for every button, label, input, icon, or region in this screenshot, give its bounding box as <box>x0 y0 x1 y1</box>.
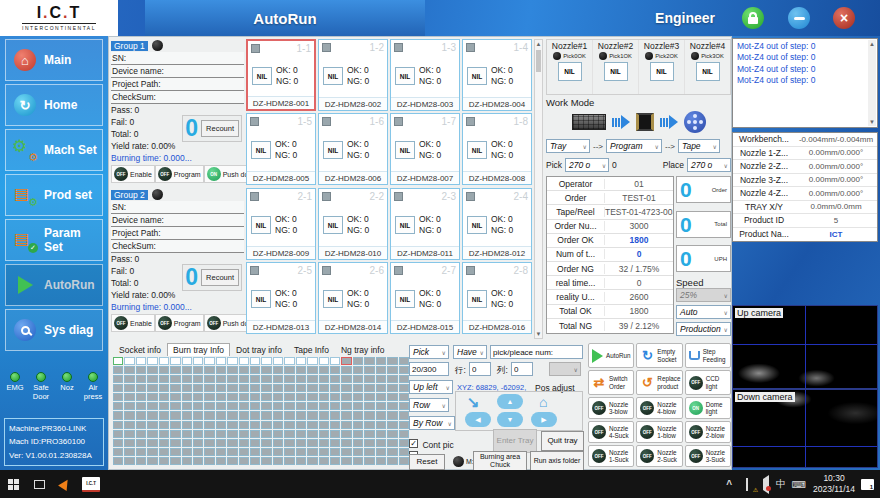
tray-cell[interactable] <box>319 375 329 383</box>
tray-cell[interactable] <box>182 402 192 410</box>
switch-order-button[interactable]: ⇄Switch Order <box>588 370 634 395</box>
tray-cell[interactable] <box>330 384 340 392</box>
tray-cell[interactable] <box>239 411 249 419</box>
tray-cell[interactable] <box>319 421 329 429</box>
tray-cell[interactable] <box>170 457 180 465</box>
tray-cell[interactable] <box>124 421 134 429</box>
tray-cell[interactable] <box>227 366 237 374</box>
tray-cell[interactable] <box>227 393 237 401</box>
cell-nil-button[interactable]: NIL <box>395 141 415 159</box>
sidebar-item-prod-set[interactable]: ▤⚙Prod set <box>5 174 103 216</box>
tray-cell[interactable] <box>341 357 351 365</box>
tray-cell[interactable] <box>136 411 146 419</box>
tray-cell[interactable] <box>239 366 249 374</box>
tray-cell[interactable] <box>273 448 283 456</box>
tray-cell[interactable] <box>353 393 363 401</box>
tray-cell[interactable] <box>376 366 386 374</box>
tray-cell[interactable] <box>147 430 157 438</box>
tray-cell[interactable] <box>250 402 260 410</box>
tray-cell[interactable] <box>147 393 157 401</box>
tray-cell[interactable] <box>250 384 260 392</box>
tray-cell[interactable] <box>284 402 294 410</box>
tray-cell[interactable] <box>113 421 123 429</box>
tray-cell[interactable] <box>124 439 134 447</box>
tray-cell[interactable] <box>159 366 169 374</box>
cell-nil-button[interactable]: NIL <box>323 67 343 85</box>
tray-cell[interactable] <box>273 411 283 419</box>
tray-cell[interactable] <box>399 375 409 383</box>
tray-cell[interactable] <box>250 357 260 365</box>
speed-select[interactable]: 25%∨ <box>676 288 731 302</box>
tray-cell[interactable] <box>216 366 226 374</box>
tray-cell[interactable] <box>364 448 374 456</box>
nozzle-3-suck-button[interactable]: OFFNozzle 3-Suck <box>685 445 731 467</box>
notification-icon[interactable]: 1 <box>861 479 874 490</box>
nozzle-nil-button[interactable]: NIL <box>558 62 582 81</box>
tray-cell[interactable] <box>387 384 397 392</box>
tray-cell[interactable] <box>136 402 146 410</box>
tray-cell[interactable] <box>239 457 249 465</box>
pick-select[interactable]: Pick∨ <box>409 345 449 359</box>
tray-cell[interactable] <box>250 393 260 401</box>
tray-cell[interactable] <box>147 448 157 456</box>
autorun-button[interactable]: AutoRun <box>588 343 634 368</box>
replace-product-button[interactable]: ↺Replace product <box>636 370 682 395</box>
product-mode-select[interactable]: Production∨ <box>676 322 731 336</box>
tray-cell[interactable] <box>250 366 260 374</box>
tray-cell[interactable] <box>261 411 271 419</box>
tray-cell[interactable] <box>193 411 203 419</box>
tray-cell[interactable] <box>170 402 180 410</box>
pick-angle-select[interactable]: 270 o∨ <box>565 158 609 172</box>
quit-tray-button[interactable]: Quit tray <box>541 431 584 451</box>
tray-cell[interactable] <box>307 402 317 410</box>
tray-cell[interactable] <box>159 457 169 465</box>
cell-nil-button[interactable]: NIL <box>251 216 271 234</box>
tray-cell[interactable] <box>182 366 192 374</box>
tray-cell[interactable] <box>307 375 317 383</box>
tray-cell[interactable] <box>193 421 203 429</box>
empty-socket-button[interactable]: ↻Empty Socket <box>636 343 682 368</box>
tray-cell[interactable] <box>204 402 214 410</box>
nozzle-4-blow-button[interactable]: OFFNozzle 4-blow <box>636 397 682 419</box>
tray-cell[interactable] <box>376 411 386 419</box>
tray-cell[interactable] <box>387 411 397 419</box>
cell-nil-button[interactable]: NIL <box>251 141 271 159</box>
tray-cell[interactable] <box>296 366 306 374</box>
tray-cell[interactable] <box>307 384 317 392</box>
tray-cell[interactable] <box>353 402 363 410</box>
tray-cell[interactable] <box>261 439 271 447</box>
tray-cell[interactable] <box>136 457 146 465</box>
tray-cell[interactable] <box>216 384 226 392</box>
tray-cell[interactable] <box>376 393 386 401</box>
tray-cell[interactable] <box>364 384 374 392</box>
dz-cell[interactable]: 1-2NILOK: 0NG: 0DZ-HDM28-002 <box>318 39 388 111</box>
tray-cell[interactable] <box>296 457 306 465</box>
dz-cell[interactable]: 1-6NILOK: 0NG: 0DZ-HDM28-006 <box>318 113 388 185</box>
tray-cell[interactable] <box>261 357 271 365</box>
tray-cell[interactable] <box>204 411 214 419</box>
tray-cell[interactable] <box>159 430 169 438</box>
toggle-program[interactable]: OFFProgram <box>155 165 204 183</box>
tray-cell[interactable] <box>124 384 134 392</box>
scroll-down-icon[interactable]: ▼ <box>869 118 875 126</box>
sidebar-item-home[interactable]: ↻Home <box>5 84 103 126</box>
row-mode-select[interactable]: Row∨ <box>409 398 449 412</box>
tray-cell[interactable] <box>341 457 351 465</box>
tray-cell[interactable] <box>341 402 351 410</box>
dz-cell[interactable]: 1-8NILOK: 0NG: 0DZ-HDM28-008 <box>462 113 532 185</box>
dz-cell[interactable]: 2-4NILOK: 0NG: 0DZ-HDM28-012 <box>462 188 532 260</box>
tray-cell[interactable] <box>147 357 157 365</box>
tray-cell[interactable] <box>193 439 203 447</box>
tray-cell[interactable] <box>182 421 192 429</box>
step-feeding-button[interactable]: Step Feeding <box>685 343 731 368</box>
dz-cell[interactable]: 2-3NILOK: 0NG: 0DZ-HDM28-011 <box>390 188 460 260</box>
tray-cell[interactable] <box>193 457 203 465</box>
cell-nil-button[interactable]: NIL <box>467 141 487 159</box>
tray-cell[interactable] <box>296 402 306 410</box>
tray-cell[interactable] <box>170 430 180 438</box>
tray-cell[interactable] <box>159 411 169 419</box>
cell-nil-button[interactable]: NIL <box>467 290 487 308</box>
upleft-select[interactable]: Up left∨ <box>409 380 453 394</box>
dz-cell[interactable]: 1-7NILOK: 0NG: 0DZ-HDM28-007 <box>390 113 460 185</box>
tray-cell[interactable] <box>319 439 329 447</box>
